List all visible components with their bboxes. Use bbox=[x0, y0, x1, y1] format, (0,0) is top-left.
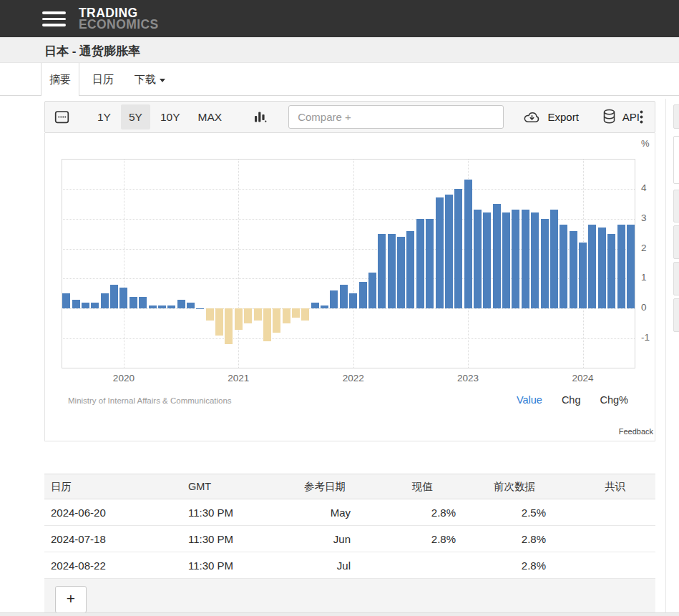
chart-bar-2021-10[interactable] bbox=[321, 305, 328, 308]
gridline-v bbox=[353, 159, 354, 368]
api-button[interactable]: API bbox=[602, 109, 640, 125]
database-icon bbox=[602, 109, 616, 125]
chart-bar-2020-05[interactable] bbox=[158, 305, 166, 308]
range-button-10y[interactable]: 10Y bbox=[152, 104, 188, 129]
chart-bar-2019-09[interactable] bbox=[82, 303, 89, 308]
tab-summary[interactable]: 摘要 bbox=[41, 63, 79, 96]
range-button-5y[interactable]: 5Y bbox=[121, 104, 150, 129]
chart-bar-2020-03[interactable] bbox=[139, 297, 147, 309]
chart-bar-2023-02[interactable] bbox=[474, 210, 482, 308]
calendar-table: 日历GMT参考日期现值前次数据共识 2024-06-2011:30 PMMay2… bbox=[44, 474, 655, 579]
brand-logo[interactable]: TRADING ECONOMICS bbox=[79, 8, 159, 30]
tab-download[interactable]: 下载 bbox=[127, 63, 173, 95]
chart-bar-2020-07[interactable] bbox=[177, 300, 185, 309]
chart-bar-2020-11[interactable] bbox=[215, 308, 223, 336]
table-cell: 2.8% bbox=[367, 526, 467, 552]
compare-input[interactable] bbox=[288, 105, 504, 129]
chart-bar-2022-01[interactable] bbox=[349, 293, 357, 308]
hamburger-menu-icon[interactable] bbox=[42, 11, 66, 26]
chart-bar-2020-09[interactable] bbox=[196, 308, 204, 309]
tab-calendar[interactable]: 日历 bbox=[84, 63, 122, 95]
page-bottom-edge bbox=[0, 612, 679, 616]
chart-bar-2020-06[interactable] bbox=[167, 305, 175, 308]
feedback-link[interactable]: Feedback bbox=[619, 427, 653, 436]
chart-bar-2022-03[interactable] bbox=[368, 273, 376, 308]
chart-bar-2023-12[interactable] bbox=[570, 231, 577, 309]
chart-bar-2021-09[interactable] bbox=[311, 303, 319, 308]
chart-bar-2023-07[interactable] bbox=[522, 210, 529, 308]
table-row[interactable]: 2024-06-2011:30 PMMay2.8%2.5% bbox=[44, 499, 655, 526]
range-button-max[interactable]: MAX bbox=[190, 104, 230, 129]
more-options-kebab-icon[interactable] bbox=[640, 110, 643, 124]
chart-bar-2021-07[interactable] bbox=[292, 308, 300, 318]
table-row[interactable]: 2024-07-1811:30 PMJun2.8%2.8% bbox=[44, 526, 655, 552]
chart-bar-2024-02[interactable] bbox=[588, 225, 596, 308]
chart-bar-2021-01[interactable] bbox=[235, 308, 243, 329]
date-range-calendar-button[interactable] bbox=[54, 109, 70, 125]
table-footer: + bbox=[44, 579, 655, 616]
chart-bar-2021-02[interactable] bbox=[244, 308, 252, 323]
gridline-v bbox=[124, 159, 124, 368]
table-column-header: 日历 bbox=[44, 474, 179, 499]
chart-type-icon[interactable] bbox=[254, 110, 267, 124]
chart-bar-2023-08[interactable] bbox=[531, 212, 539, 308]
table-cell bbox=[367, 552, 467, 579]
legend-item-chgpct[interactable]: Chg% bbox=[600, 394, 629, 406]
add-row-button[interactable]: + bbox=[55, 586, 87, 613]
chart-bar-2021-06[interactable] bbox=[283, 308, 290, 323]
chart-bar-2022-08[interactable] bbox=[416, 219, 424, 309]
chart-bar-2020-08[interactable] bbox=[187, 303, 195, 308]
tab-bar: 摘要日历下载 bbox=[0, 63, 679, 96]
chart-bar-2022-02[interactable] bbox=[359, 282, 367, 309]
table-cell: Jun bbox=[283, 526, 367, 552]
chart-bar-2024-05[interactable] bbox=[617, 225, 625, 308]
chart-bar-2023-11[interactable] bbox=[560, 225, 567, 308]
chart-bar-2024-06[interactable] bbox=[627, 225, 635, 308]
chart-bar-2021-03[interactable] bbox=[254, 308, 262, 321]
chart-bar-2023-01[interactable] bbox=[464, 180, 472, 308]
chart-bar-2024-01[interactable] bbox=[579, 243, 587, 308]
chart-bar-2024-03[interactable] bbox=[598, 228, 606, 308]
chart-bar-2022-11[interactable] bbox=[445, 195, 453, 308]
chart-bar-2021-08[interactable] bbox=[301, 308, 309, 321]
chart-bar-2022-10[interactable] bbox=[436, 197, 444, 308]
gridline-h bbox=[62, 219, 635, 220]
chart-bar-2020-01[interactable] bbox=[119, 288, 127, 308]
table-cell: 2024-06-20 bbox=[44, 499, 179, 526]
legend-item-value[interactable]: Value bbox=[517, 394, 542, 406]
chart-bar-2022-12[interactable] bbox=[454, 189, 462, 308]
chart-bar-2022-05[interactable] bbox=[388, 234, 396, 309]
page-title: 日本 - 通货膨胀率 bbox=[44, 43, 140, 59]
chart-bar-2019-08[interactable] bbox=[72, 300, 80, 309]
chart-bar-2020-10[interactable] bbox=[206, 308, 214, 321]
y-tick-label: -1 bbox=[641, 332, 650, 343]
chart-bar-2023-03[interactable] bbox=[483, 212, 491, 308]
chart-bar-2019-12[interactable] bbox=[110, 285, 118, 309]
range-button-1y[interactable]: 1Y bbox=[89, 104, 119, 129]
chart-bar-2022-09[interactable] bbox=[426, 219, 434, 309]
chart-bar-2023-10[interactable] bbox=[550, 210, 558, 308]
chart-bar-2021-05[interactable] bbox=[273, 308, 280, 333]
chart-bar-2021-04[interactable] bbox=[263, 308, 271, 341]
chart-bar-2020-04[interactable] bbox=[149, 305, 157, 308]
chart-bar-2023-06[interactable] bbox=[512, 210, 519, 308]
chart-bar-2019-10[interactable] bbox=[91, 303, 99, 308]
chart-bar-2021-12[interactable] bbox=[340, 285, 348, 309]
chart-bar-2022-04[interactable] bbox=[378, 234, 386, 309]
chart-bar-2019-07[interactable] bbox=[62, 293, 70, 308]
gridline-h bbox=[62, 308, 635, 309]
export-button[interactable]: Export bbox=[522, 110, 578, 124]
chart-bar-2021-11[interactable] bbox=[330, 290, 338, 308]
chart-bar-2024-04[interactable] bbox=[607, 234, 615, 309]
legend-item-chg[interactable]: Chg bbox=[562, 394, 581, 406]
chart-bar-2022-07[interactable] bbox=[406, 231, 414, 309]
chart-bar-2020-12[interactable] bbox=[225, 308, 233, 344]
chart-bar-2020-02[interactable] bbox=[130, 297, 137, 309]
chart-bar-2019-11[interactable] bbox=[101, 293, 109, 308]
table-row[interactable]: 2024-08-2211:30 PMJul2.8% bbox=[44, 552, 655, 579]
calendar-table-section: 日历GMT参考日期现值前次数据共识 2024-06-2011:30 PMMay2… bbox=[44, 474, 655, 616]
chart-bar-2023-04[interactable] bbox=[493, 204, 501, 309]
chart-bar-2022-06[interactable] bbox=[397, 237, 405, 309]
chart-bar-2023-05[interactable] bbox=[502, 212, 510, 308]
chart-bar-2023-09[interactable] bbox=[541, 219, 549, 309]
